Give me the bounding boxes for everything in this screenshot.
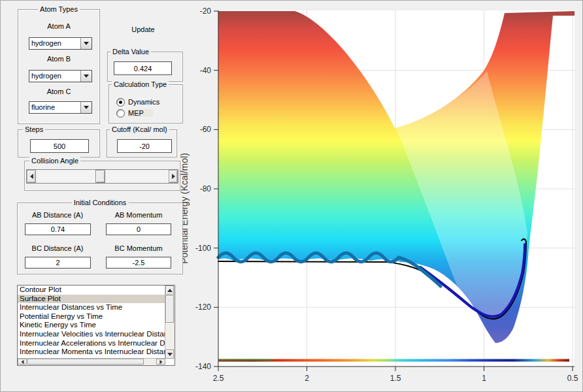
app-window: Potential Energy (Kcal/mol) -20-40-60-80… bbox=[0, 0, 583, 392]
list-item[interactable]: Contour Plot bbox=[18, 286, 166, 295]
y-tick-label: -40 bbox=[200, 66, 212, 75]
collision-angle-title: Collision Angle bbox=[29, 156, 80, 165]
bc-momentum-label: BC Momentum bbox=[114, 244, 162, 252]
chevron-down-icon[interactable] bbox=[80, 38, 92, 49]
vertical-scrollbar-thumb[interactable] bbox=[165, 295, 174, 323]
chevron-down-icon[interactable] bbox=[80, 71, 92, 82]
arrow-right-icon[interactable] bbox=[169, 170, 178, 183]
y-tick-label: -140 bbox=[195, 362, 211, 371]
chevron-down-icon[interactable] bbox=[80, 102, 92, 113]
arrow-right-icon[interactable] bbox=[156, 359, 165, 365]
ab-distance-field[interactable] bbox=[25, 223, 91, 235]
steps-panel: Steps bbox=[18, 129, 100, 157]
arrow-left-icon[interactable] bbox=[18, 359, 27, 365]
list-item[interactable]: Potential Energy vs Time bbox=[18, 312, 166, 321]
list-item[interactable]: Internuclear Velocities vs Internuclear … bbox=[18, 330, 166, 339]
atom-types-panel: Atom Types Atom A hydrogen Atom B hydrog… bbox=[18, 9, 100, 124]
x-tick-label: 2 bbox=[305, 374, 309, 383]
mep-radio[interactable] bbox=[116, 109, 125, 118]
calculation-type-panel: Calculation Type Dynamics MEP bbox=[108, 84, 183, 123]
atom-types-title: Atom Types bbox=[38, 5, 80, 14]
list-item[interactable]: Surface Plot bbox=[18, 295, 166, 304]
steps-title: Steps bbox=[23, 125, 45, 134]
initial-conditions-title: Initial Conditions bbox=[72, 198, 129, 207]
plot-type-listbox[interactable]: Contour PlotSurface PlotInternuclear Dis… bbox=[17, 285, 175, 366]
delta-value-title: Delta Value bbox=[110, 47, 151, 56]
arrow-left-icon[interactable] bbox=[27, 170, 36, 183]
bc-momentum-field[interactable] bbox=[106, 257, 171, 269]
x-tick-label: 0.5 bbox=[567, 374, 578, 383]
collision-angle-slider[interactable] bbox=[26, 169, 178, 184]
list-item[interactable]: Internuclear Accelerations vs Internucle… bbox=[18, 339, 166, 348]
dynamics-radio-label: Dynamics bbox=[128, 98, 159, 106]
initial-conditions-panel: Initial Conditions AB Distance (A) AB Mo… bbox=[17, 203, 183, 274]
update-button[interactable]: Update bbox=[117, 23, 169, 36]
atom-a-label: Atom A bbox=[47, 22, 70, 30]
delta-value-panel: Delta Value bbox=[107, 52, 183, 82]
atom-a-value: hydrogen bbox=[29, 38, 80, 49]
y-tick-label: -80 bbox=[200, 184, 212, 193]
atom-b-value: hydrogen bbox=[29, 71, 80, 82]
horizontal-scrollbar-thumb[interactable] bbox=[27, 359, 144, 365]
slider-thumb[interactable] bbox=[95, 170, 105, 183]
vertical-scrollbar[interactable] bbox=[165, 286, 175, 359]
calculation-type-title: Calculation Type bbox=[112, 80, 169, 89]
y-tick-label: -120 bbox=[195, 302, 211, 312]
cutoff-field[interactable] bbox=[117, 139, 172, 153]
list-item[interactable]: Internuclear Momenta vs Internuclear Dis… bbox=[18, 348, 166, 357]
atom-c-dropdown[interactable]: fluorine bbox=[29, 101, 92, 114]
bc-distance-field[interactable] bbox=[25, 257, 91, 269]
list-item[interactable]: Internuclear Distances vs Time bbox=[18, 303, 166, 312]
atom-c-value: fluorine bbox=[29, 102, 80, 113]
x-tick-label: 1.5 bbox=[390, 374, 401, 383]
x-tick-label: 2.5 bbox=[213, 374, 224, 383]
mep-radio-label: MEP bbox=[128, 109, 153, 117]
steps-field[interactable] bbox=[30, 139, 89, 153]
atom-b-label: Atom B bbox=[47, 55, 71, 63]
y-tick-label: -60 bbox=[200, 125, 212, 134]
cutoff-panel: Cutoff (Kcal/ mol) bbox=[107, 129, 177, 157]
ab-momentum-label: AB Momentum bbox=[115, 211, 163, 219]
horizontal-scrollbar[interactable] bbox=[18, 358, 165, 365]
atom-c-label: Atom C bbox=[47, 88, 71, 95]
x-tick-label: 1 bbox=[482, 374, 486, 383]
delta-value-field[interactable] bbox=[114, 61, 172, 75]
dynamics-radio[interactable] bbox=[116, 98, 125, 106]
bc-distance-label: BC Distance (A) bbox=[32, 244, 84, 252]
list-items: Contour PlotSurface PlotInternuclear Dis… bbox=[18, 286, 175, 357]
arrow-down-icon[interactable] bbox=[165, 350, 174, 359]
ab-distance-label: AB Distance (A) bbox=[32, 211, 83, 219]
collision-angle-panel: Collision Angle bbox=[24, 161, 180, 191]
cutoff-title: Cutoff (Kcal/ mol) bbox=[110, 125, 169, 134]
ab-momentum-field[interactable] bbox=[106, 223, 171, 235]
atom-b-dropdown[interactable]: hydrogen bbox=[29, 70, 92, 82]
arrow-up-icon[interactable] bbox=[165, 286, 174, 295]
atom-a-dropdown[interactable]: hydrogen bbox=[29, 37, 92, 50]
y-tick-label: -20 bbox=[200, 7, 212, 16]
list-item[interactable]: Kinetic Energy vs Time bbox=[18, 321, 166, 330]
y-tick-label: -100 bbox=[195, 244, 211, 253]
